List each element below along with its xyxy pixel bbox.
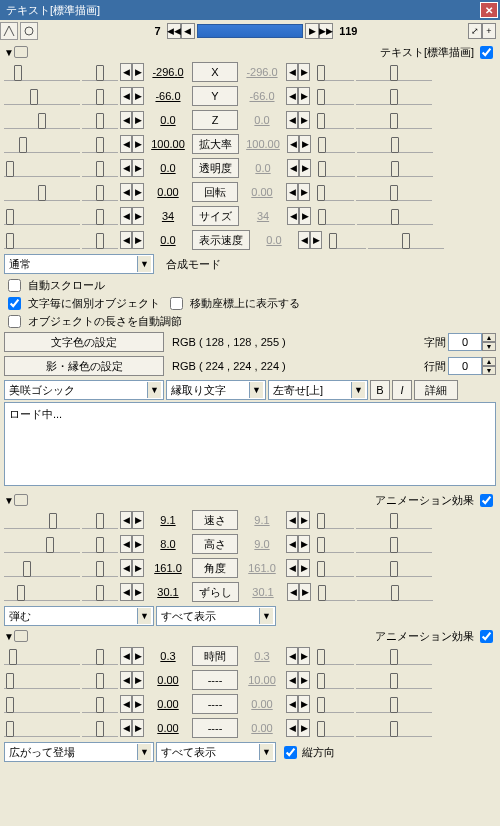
nudge-right-inc[interactable]: ▶ [298,63,310,81]
nudge-right-dec[interactable]: ◀ [286,719,298,737]
slider-left-fine[interactable] [82,647,118,665]
slider-left-fine[interactable] [82,559,118,577]
param-value-right[interactable]: 0.00 [240,722,284,734]
slider-left-fine[interactable] [82,231,118,249]
slider-right[interactable] [356,559,432,577]
param-value-left[interactable]: 0.0 [146,162,190,174]
chk-percharobj[interactable] [8,297,21,310]
slider-right-fine[interactable] [318,63,354,81]
font-align-select[interactable]: 左寄せ[上]▼ [268,380,368,400]
slider-right[interactable] [356,695,432,713]
slider-left[interactable] [4,207,80,225]
slider-left[interactable] [4,583,80,601]
slider-left-fine[interactable] [82,207,118,225]
param-value-left[interactable]: -296.0 [146,66,190,78]
param-value-left[interactable]: 0.0 [146,114,190,126]
nudge-right-inc[interactable]: ▶ [299,583,311,601]
slider-right[interactable] [356,511,432,529]
tool-icon-2[interactable] [20,22,38,40]
nudge-left-inc[interactable]: ▶ [132,183,144,201]
nudge-left-inc[interactable]: ▶ [132,135,144,153]
nudge-right-dec[interactable]: ◀ [287,135,299,153]
nudge-right-dec[interactable]: ◀ [298,231,310,249]
slider-right-fine[interactable] [318,535,354,553]
section-toggle[interactable]: ▼ [4,495,14,506]
slider-left[interactable] [4,511,80,529]
nudge-left-dec[interactable]: ◀ [120,511,132,529]
param-value-left[interactable]: 8.0 [146,538,190,550]
param-value-left[interactable]: 0.00 [146,722,190,734]
param-value-right[interactable]: 161.0 [240,562,284,574]
param-value-right[interactable]: 0.00 [240,186,284,198]
timeline-prev[interactable]: ◀ [181,23,195,39]
nudge-left-inc[interactable]: ▶ [132,511,144,529]
param-label-button[interactable]: ---- [192,694,238,714]
nudge-right-dec[interactable]: ◀ [286,647,298,665]
nudge-left-dec[interactable]: ◀ [120,87,132,105]
slider-left[interactable] [4,87,80,105]
slider-right-fine[interactable] [318,111,354,129]
section-enable[interactable] [480,494,493,507]
section-toggle[interactable]: ▼ [4,47,14,58]
param-value-right[interactable]: 30.1 [241,586,285,598]
slider-right-fine[interactable] [318,87,354,105]
param-value-right[interactable]: 0.0 [241,162,285,174]
nudge-right-inc[interactable]: ▶ [298,87,310,105]
nudge-left-inc[interactable]: ▶ [132,535,144,553]
nudge-left-dec[interactable]: ◀ [120,647,132,665]
nudge-left-inc[interactable]: ▶ [132,583,144,601]
nudge-left-inc[interactable]: ▶ [132,647,144,665]
nudge-left-inc[interactable]: ▶ [132,231,144,249]
slider-right-fine[interactable] [319,207,355,225]
nudge-right-dec[interactable]: ◀ [287,207,299,225]
param-value-right[interactable]: 9.0 [240,538,284,550]
slider-right-fine[interactable] [319,135,355,153]
chk-vertical[interactable] [284,746,297,759]
slider-left-fine[interactable] [82,671,118,689]
slider-left[interactable] [4,719,80,737]
close-button[interactable]: ✕ [480,2,498,18]
nudge-right-dec[interactable]: ◀ [286,535,298,553]
section-toggle[interactable]: ▼ [4,631,14,642]
tool-icon-1[interactable] [0,22,18,40]
bold-button[interactable]: B [370,380,390,400]
param-label-button[interactable]: 表示速度 [192,230,250,250]
slider-right[interactable] [357,135,433,153]
slider-right[interactable] [356,647,432,665]
font-decoration-select[interactable]: 縁取り文字▼ [166,380,266,400]
slider-right[interactable] [357,583,433,601]
nudge-right-inc[interactable]: ▶ [298,511,310,529]
slider-left[interactable] [4,647,80,665]
nudge-left-dec[interactable]: ◀ [120,535,132,553]
nudge-left-inc[interactable]: ▶ [132,671,144,689]
slider-right[interactable] [356,535,432,553]
nudge-right-inc[interactable]: ▶ [298,183,310,201]
nudge-left-dec[interactable]: ◀ [120,671,132,689]
slider-left[interactable] [4,559,80,577]
param-label-button[interactable]: 拡大率 [192,134,239,154]
slider-right[interactable] [356,111,432,129]
nudge-right-dec[interactable]: ◀ [286,671,298,689]
blend-mode-select[interactable]: 通常 ▼ [4,254,154,274]
text-input[interactable]: ロード中... [4,402,496,486]
param-label-button[interactable]: ---- [192,670,238,690]
slider-left-fine[interactable] [82,583,118,601]
slider-right-fine[interactable] [318,559,354,577]
param-value-right[interactable]: 9.1 [240,514,284,526]
param-value-left[interactable]: -66.0 [146,90,190,102]
nudge-right-inc[interactable]: ▶ [298,647,310,665]
param-value-left[interactable]: 161.0 [146,562,190,574]
nudge-left-inc[interactable]: ▶ [132,111,144,129]
slider-right-fine[interactable] [318,719,354,737]
param-value-right[interactable]: 0.0 [252,234,296,246]
text-color-button[interactable]: 文字色の設定 [4,332,164,352]
param-label-button[interactable]: ずらし [192,582,239,602]
slider-left[interactable] [4,159,80,177]
slider-right[interactable] [357,207,433,225]
timeline-next[interactable]: ▶ [305,23,319,39]
anim1-type-select[interactable]: 弾む▼ [4,606,154,626]
param-value-right[interactable]: 10.00 [240,674,284,686]
edge-color-button[interactable]: 影・縁色の設定 [4,356,164,376]
param-label-button[interactable]: 透明度 [192,158,239,178]
italic-button[interactable]: I [392,380,412,400]
